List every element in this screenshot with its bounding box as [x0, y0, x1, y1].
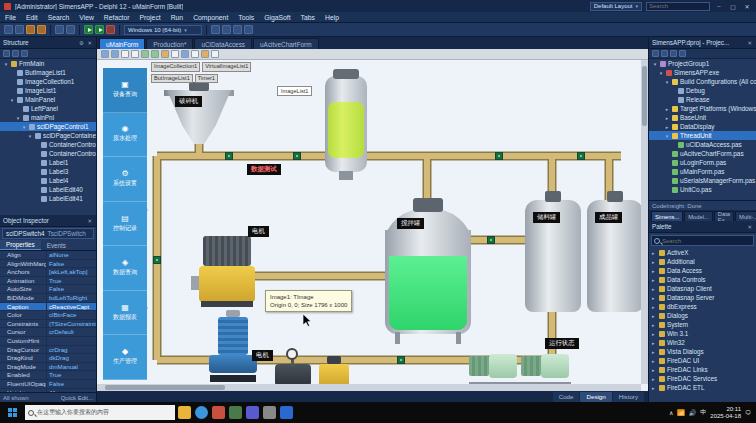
view-tab[interactable]: Design [580, 392, 611, 402]
align-left-icon[interactable] [101, 50, 109, 58]
compile-icon[interactable] [222, 25, 231, 34]
mail-icon[interactable] [280, 406, 293, 419]
view-tab[interactable]: Code [553, 392, 580, 402]
expand-all-icon[interactable] [3, 50, 10, 57]
lock-controls-icon[interactable] [191, 50, 199, 58]
palette-category[interactable]: ▸ System [649, 320, 756, 329]
refresh-icon[interactable] [21, 50, 28, 57]
target-platform-combo[interactable]: Windows 10 (64-bit) ▾ [124, 25, 202, 35]
close-button[interactable]: ✕ [742, 3, 752, 10]
property-row[interactable]: Color clBtnFace [0, 311, 96, 320]
grid-icon[interactable] [181, 50, 189, 58]
tree-toggle-icon[interactable]: ▸ [664, 106, 670, 112]
menu-item[interactable]: Search [43, 12, 75, 22]
panel-close-icon[interactable]: ⚙ ✕ [79, 40, 93, 46]
panel-close-icon[interactable]: ✕ [747, 224, 753, 230]
property-value[interactable]: dmManual [46, 363, 96, 371]
palette-category[interactable]: ▸ Win 3.1 [649, 329, 756, 338]
menu-item[interactable]: Tools [233, 12, 259, 22]
project-node[interactable]: ▾ SimensAPP.exe [649, 68, 756, 77]
editor-tab[interactable]: Production* [146, 38, 193, 49]
editor-tab[interactable]: uAcitveChartForm [253, 38, 319, 49]
project-node[interactable]: Debug [649, 86, 756, 95]
menu-item[interactable]: GigaSoft [259, 12, 295, 22]
add-unit-icon[interactable] [652, 50, 659, 57]
run-without-debugging-icon[interactable] [95, 25, 104, 34]
ide-search-input[interactable] [646, 2, 710, 11]
structure-node[interactable]: LabelEdit41 [0, 194, 96, 203]
menu-item[interactable]: Component [188, 12, 233, 22]
structure-node[interactable]: ▾ sciDPageContainer1 [0, 131, 96, 140]
project-node[interactable]: uMainForm.pas [649, 167, 756, 176]
property-value[interactable]: True [46, 371, 96, 379]
project-node[interactable]: UnitCo.pas [649, 185, 756, 194]
menu-item[interactable]: Refactor [99, 12, 135, 22]
property-row[interactable]: Constraints (TSizeConstraints) [0, 320, 96, 329]
property-row[interactable]: DragMode dmManual [0, 363, 96, 372]
structure-node[interactable]: ImageCollection1 [0, 77, 96, 86]
hmi-menu-item[interactable]: ◆ 生产管理 [103, 335, 147, 380]
project-node[interactable]: ▾ ThreadUnit [649, 131, 756, 140]
property-value[interactable]: crDrag [46, 346, 96, 354]
property-value[interactable]: False [46, 260, 96, 268]
file-explorer-icon[interactable] [178, 406, 191, 419]
pause-icon[interactable] [106, 25, 115, 34]
volume-icon[interactable]: 🔊 [689, 409, 697, 416]
inspector-tab[interactable]: Events [41, 240, 72, 250]
open-icon[interactable] [15, 25, 24, 34]
menu-item[interactable]: Tabs [296, 12, 320, 22]
structure-node[interactable]: ▾ sciDPageControl1 [0, 122, 96, 131]
property-value[interactable]: clBtnFace [46, 311, 96, 319]
save-all-icon[interactable] [37, 25, 46, 34]
network-icon[interactable]: 📶 [677, 409, 685, 416]
palette-category[interactable]: ▸ Vista Dialogs [649, 347, 756, 356]
palette-category[interactable]: ▸ FireDAC ETL [649, 383, 756, 392]
palette-category[interactable]: ▸ Datasnap Client [649, 284, 756, 293]
project-node[interactable]: uSerialsManagerForm.pas [649, 176, 756, 185]
collapse-all-icon[interactable] [12, 50, 19, 57]
tree-toggle-icon[interactable]: ▾ [21, 124, 27, 130]
property-value[interactable]: False [46, 285, 96, 293]
project-node[interactable]: ▸ Target Platforms (Windows 32-bit) [649, 104, 756, 113]
excel-icon[interactable] [229, 406, 242, 419]
property-value[interactable]: dkDrag [46, 354, 96, 362]
structure-node[interactable]: ContainerControl1 [0, 140, 96, 149]
remove-unit-icon[interactable] [661, 50, 668, 57]
taskbar-search[interactable]: 在这里输入你要搜索的内容 [25, 405, 175, 420]
redo-icon[interactable] [66, 25, 75, 34]
undo-icon[interactable] [55, 25, 64, 34]
structure-node[interactable]: ▾ MainPanel [0, 95, 96, 104]
scale-icon[interactable] [151, 50, 159, 58]
menu-item[interactable]: Edit [21, 12, 43, 22]
form-designer[interactable]: 破碎机 数据测试 电机 电机 搅拌罐 储料罐 成品罐 运行状态 ▣ 设备 [97, 60, 648, 391]
panel-close-icon[interactable]: ✕ [747, 40, 753, 46]
horizontal-scrollbar[interactable] [97, 384, 641, 391]
project-node[interactable]: uLoginForm.pas [649, 158, 756, 167]
menu-item[interactable]: Run [166, 12, 188, 22]
property-row[interactable]: BiDiMode bdLeftToRight [0, 294, 96, 303]
property-value[interactable] [46, 337, 96, 345]
activate-project-icon[interactable] [670, 50, 677, 57]
tree-toggle-icon[interactable]: ▾ [9, 97, 15, 103]
hmi-menu-item[interactable]: ◈ 数据查询 [103, 246, 147, 291]
palette-category[interactable]: ▸ FireDAC UI [649, 356, 756, 365]
tray-expand-icon[interactable]: ∧ [669, 409, 673, 416]
menu-item[interactable]: View [74, 12, 99, 22]
project-node[interactable]: ▾ Build Configurations (All configuratio… [649, 77, 756, 86]
input-language-indicator[interactable]: 中 [700, 408, 706, 417]
creation-order-icon[interactable] [171, 50, 179, 58]
structure-node[interactable]: ButImageList1 [0, 68, 96, 77]
sync-editor-icon[interactable] [679, 50, 686, 57]
property-value[interactable]: cReactiveCapt [46, 303, 96, 311]
structure-node[interactable]: Label1 [0, 158, 96, 167]
start-button[interactable] [2, 402, 22, 423]
property-value[interactable]: crDefault [46, 328, 96, 336]
tree-toggle-icon[interactable]: ▾ [3, 61, 9, 67]
flip-children-icon[interactable] [201, 50, 209, 58]
menu-item[interactable]: Project [135, 12, 166, 22]
browser-icon[interactable] [195, 406, 208, 419]
view-tab[interactable]: History [613, 392, 644, 402]
property-row[interactable]: Cursor crDefault [0, 328, 96, 337]
tree-toggle-icon[interactable]: ▾ [652, 61, 658, 67]
vertical-scrollbar[interactable] [641, 60, 648, 384]
